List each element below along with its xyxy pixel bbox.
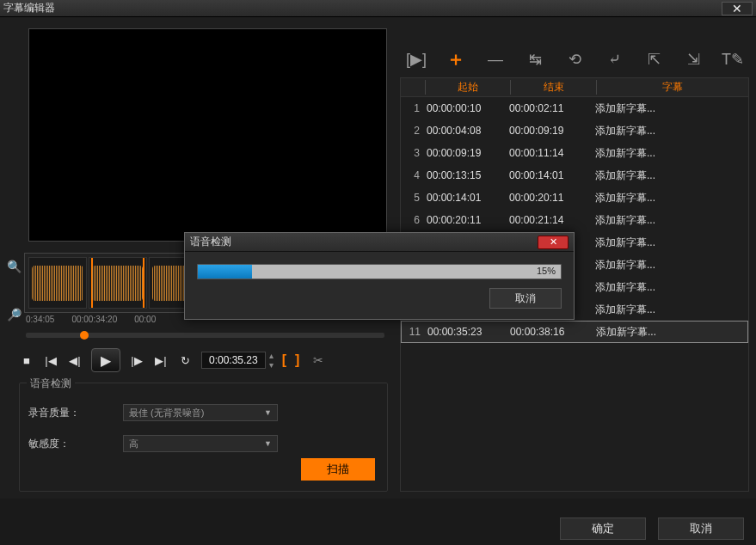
table-row[interactable]: 500:00:14:0100:00:20:11添加新字幕... [401,187,748,209]
row-index: 1 [404,102,423,114]
split-button[interactable]: ⤶ [605,50,624,69]
close-icon: ✕ [732,2,742,15]
row-start: 00:00:00:10 [423,102,509,114]
row-text: 添加新字幕... [595,213,748,228]
offset-button[interactable]: ⟲ [565,50,584,69]
row-end: 00:00:11:14 [509,147,595,159]
progress-bar: 15% [197,264,562,279]
split-icon: ⤶ [608,50,621,69]
row-start: 00:00:20:11 [423,214,509,226]
row-text: 添加新字幕... [595,236,748,250]
row-index: 11 [405,326,424,338]
stop-button[interactable]: ■ [19,352,34,368]
wave-time-0: 0:34:05 [26,315,54,324]
style-button[interactable]: T✎ [723,50,742,69]
row-end: 00:00:38:16 [510,326,596,338]
row-start: 00:00:04:08 [423,125,509,137]
row-index: 6 [404,214,423,226]
dialog-titlebar: 语音检测 ✕ [185,233,574,252]
type-icon: T✎ [722,50,744,69]
skip-start-button[interactable]: |◀ [43,352,58,368]
quality-value: 最佳 (无背景噪音) [129,407,204,419]
title-bar: 字幕编辑器 ✕ [0,0,756,17]
window-close-button[interactable]: ✕ [722,2,753,15]
skip-end-icon: ▶| [155,354,166,367]
export-button[interactable]: ⇲ [684,50,703,69]
row-end: 00:00:09:19 [509,125,595,137]
row-text: 添加新字幕... [595,101,748,116]
step-fwd-icon: |▶ [131,354,142,367]
timecode-input[interactable]: 0:00:35.23 [201,352,266,369]
table-row[interactable]: 1100:00:35:2300:00:38:16添加新字幕... [401,321,748,343]
slider-thumb[interactable] [80,331,89,340]
quality-select[interactable]: 最佳 (无背景噪音) ▼ [123,404,278,421]
zoom-in-button[interactable]: 🔍 [7,260,21,273]
dialog-close-button[interactable]: ✕ [538,236,569,249]
merge-button[interactable]: ↹ [526,50,544,69]
play-button[interactable]: ▶ [91,348,120,372]
row-start: 00:00:35:23 [424,326,510,338]
col-end[interactable]: 结束 [511,80,597,95]
scissors-icon: ✂ [313,353,323,367]
sensitivity-select[interactable]: 高 ▼ [123,435,278,452]
minus-icon: — [488,51,503,69]
zoom-out-icon: 🔎 [7,308,22,321]
timecode-spinner[interactable]: ▴▾ [269,351,274,370]
zoom-in-icon: 🔍 [7,260,22,273]
cut-button[interactable]: ✂ [313,353,323,367]
insert-button[interactable]: [▶] [407,50,426,69]
row-end: 00:00:21:14 [509,214,595,226]
remove-button[interactable]: — [486,50,505,69]
wave-time-2: 00:00 [134,315,156,324]
table-row[interactable]: 300:00:09:1900:00:11:14添加新字幕... [401,142,748,164]
row-index: 5 [404,192,423,204]
row-text: 添加新字幕... [595,258,748,272]
row-text: 添加新字幕... [595,146,748,161]
skip-end-button[interactable]: ▶| [153,352,169,368]
row-text: 添加新字幕... [595,124,748,138]
cancel-button[interactable]: 取消 [658,517,744,540]
close-icon: ✕ [550,236,557,248]
dialog-title: 语音检测 [190,235,231,249]
footer-buttons: 确定 取消 [560,517,744,540]
row-text: 添加新字幕... [596,325,747,340]
row-end: 00:00:02:11 [509,102,595,114]
offset-icon: ⟲ [569,50,581,69]
ok-button[interactable]: 确定 [560,517,646,540]
row-start: 00:00:14:01 [423,192,509,204]
loop-icon: ↻ [181,354,190,367]
loop-button[interactable]: ↻ [177,352,193,368]
position-slider[interactable] [26,333,384,338]
voice-detect-dialog: 语音检测 ✕ 15% 取消 [184,232,575,320]
import-button[interactable]: ⇱ [644,50,663,69]
chevron-down-icon: ▼ [264,408,272,417]
zoom-out-button[interactable]: 🔎 [7,308,21,321]
chevron-down-icon: ▼ [264,439,272,448]
progress-fill [198,265,252,279]
mark-in-button[interactable]: [ [282,352,286,368]
mark-out-button[interactable]: ] [295,352,299,368]
row-end: 00:00:14:01 [509,169,595,181]
col-subtitle[interactable]: 字幕 [597,80,748,95]
sensitivity-value: 高 [129,438,138,450]
window-title: 字幕编辑器 [3,1,55,15]
step-back-button[interactable]: ◀| [67,352,83,368]
play-icon: ▶ [101,352,111,369]
dialog-cancel-button[interactable]: 取消 [489,288,562,309]
row-index: 2 [404,125,423,137]
table-row[interactable]: 400:00:13:1500:00:14:01添加新字幕... [401,164,748,187]
table-row[interactable]: 600:00:20:1100:00:21:14添加新字幕... [401,209,748,231]
row-text: 添加新字幕... [595,168,748,183]
table-row[interactable]: 200:00:04:0800:00:09:19添加新字幕... [401,119,748,142]
table-row[interactable]: 100:00:00:1000:00:02:11添加新字幕... [401,97,748,119]
transport-controls: ■ |◀ ◀| ▶ |▶ ▶| ↻ 0:00:35.23 ▴▾ [ ] ✂ [7,343,391,377]
wave-time-1: 00:00:34:20 [71,315,117,324]
skip-start-icon: |◀ [45,354,56,367]
merge-icon: ↹ [529,50,542,69]
step-fwd-button[interactable]: |▶ [129,352,144,368]
row-start: 00:00:09:19 [423,147,509,159]
voice-detect-panel: 语音检测 录音质量： 最佳 (无背景噪音) ▼ 敏感度： 高 ▼ 扫描 [19,383,388,492]
scan-button[interactable]: 扫描 [301,458,375,481]
add-button[interactable]: ＋ [446,50,465,69]
col-start[interactable]: 起始 [425,80,511,95]
